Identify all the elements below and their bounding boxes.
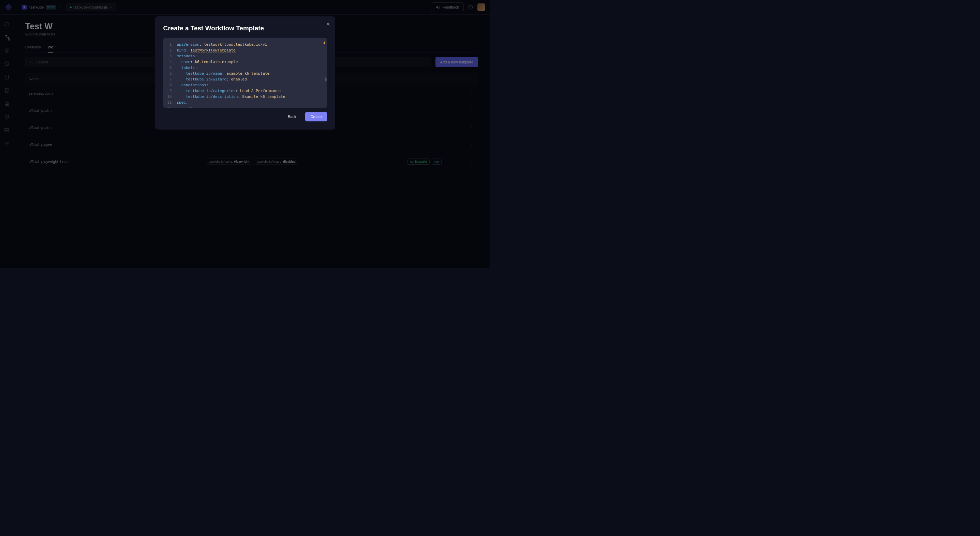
create-template-modal: ✕ Create a Test Workflow Template 123456… <box>155 16 335 130</box>
modal-title: Create a Test Workflow Template <box>163 25 327 32</box>
create-button[interactable]: Create <box>305 112 327 121</box>
yaml-editor[interactable]: 1234567891011121314151617 apiVersion: te… <box>163 38 327 108</box>
back-button[interactable]: Back <box>283 112 301 121</box>
close-icon[interactable]: ✕ <box>326 21 331 27</box>
line-numbers: 1234567891011121314151617 <box>163 41 175 108</box>
code-content: apiVersion: testworkflows.testkube.io/v1… <box>163 38 327 108</box>
modal-overlay: ✕ Create a Test Workflow Template 123456… <box>0 0 490 268</box>
scrollbar[interactable] <box>324 38 327 108</box>
